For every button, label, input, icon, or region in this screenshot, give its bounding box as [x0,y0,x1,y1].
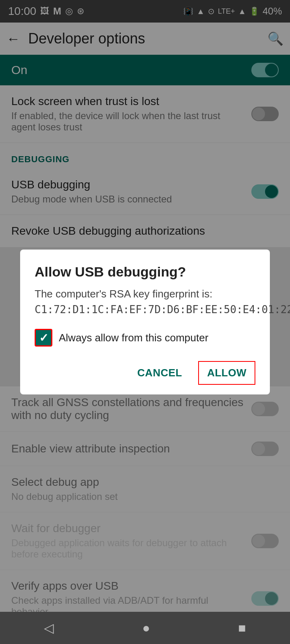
nav-home-button[interactable]: ● [142,621,150,636]
nav-back-button[interactable]: ◁ [44,620,54,636]
always-allow-checkbox[interactable]: ✓ [35,329,52,347]
checkmark-icon: ✓ [39,331,48,345]
navigation-bar: ◁ ● ■ [0,612,290,644]
dialog-body: The computer's RSA key fingerprint is: C… [35,286,255,318]
dialog-fingerprint: C1:72:D1:1C:FA:EF:7D:D6:BF:EE:50:E4:01:2… [35,303,290,316]
dialog-overlay: Allow USB debugging? The computer's RSA … [0,0,290,644]
allow-button[interactable]: ALLOW [198,361,255,385]
dialog-buttons: CANCEL ALLOW [35,361,255,385]
nav-recents-button[interactable]: ■ [238,621,246,636]
cancel-button[interactable]: CANCEL [131,361,188,385]
dialog-checkbox-row[interactable]: ✓ Always allow from this computer [35,329,255,347]
allow-usb-dialog: Allow USB debugging? The computer's RSA … [20,250,270,394]
dialog-body-prefix: The computer's RSA key fingerprint is: [35,288,212,300]
dialog-title: Allow USB debugging? [35,264,255,280]
always-allow-label: Always allow from this computer [59,332,208,344]
